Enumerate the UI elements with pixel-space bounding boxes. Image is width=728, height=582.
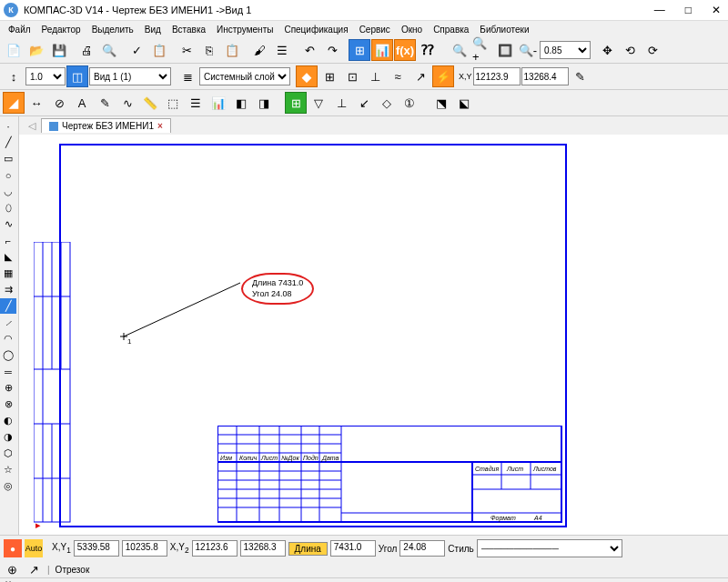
tool-a-icon[interactable]: ⊕ [0,380,16,396]
redraw-icon[interactable]: ⟳ [642,39,663,61]
table-icon[interactable]: ⊞ [285,92,307,114]
fillet-tool-icon[interactable]: ⌐ [0,233,16,248]
report-panel-icon[interactable]: 📊 [207,92,229,114]
paste-icon[interactable]: 📋 [221,39,243,61]
layer-select[interactable]: Системный слой (0) [199,67,290,85]
scale-step-icon[interactable]: ↕ [3,65,25,87]
tool-d-icon[interactable]: ◑ [0,429,16,445]
dim-panel-icon[interactable]: ↔ [25,92,47,114]
zoom-in-icon[interactable]: 🔍+ [471,39,493,61]
x1-value[interactable]: 5339.58 [74,540,119,557]
multiline-tool-icon[interactable]: ═ [0,364,16,379]
assoc-panel-icon[interactable]: ◧ [230,92,252,114]
menu-help[interactable]: Справка [429,24,473,35]
rough-icon[interactable]: ▽ [308,92,329,114]
param-panel-icon[interactable]: ∿ [116,92,138,114]
style-select[interactable]: ──────────── [477,539,622,557]
zoom-select[interactable]: 0.85 [540,41,591,59]
spline-tool-icon[interactable]: ∿ [0,216,16,232]
aux-line-tool-icon[interactable]: ╱ [0,135,16,150]
redo-icon[interactable]: ↷ [321,39,343,61]
variables-icon[interactable]: 📊 [371,39,393,61]
round-icon[interactable]: ≈ [387,65,409,87]
point-tool-icon[interactable]: · [0,118,16,134]
menu-insert[interactable]: Вставка [167,24,210,35]
leader-icon[interactable]: ↙ [353,92,375,114]
measure-panel-icon[interactable]: 📏 [139,92,161,114]
cut-line-icon[interactable]: ⬕ [453,92,475,114]
library-icon[interactable]: ⊞ [349,39,370,61]
tool-g-icon[interactable]: ◎ [0,478,16,494]
preview-icon[interactable]: 🔍 [98,39,120,61]
zoom-fit-icon[interactable]: 🔍 [449,39,470,61]
menu-select[interactable]: Выделить [87,24,138,35]
length-label[interactable]: Длина [288,542,328,556]
menu-libs[interactable]: Библиотеки [475,24,533,35]
menu-edit[interactable]: Редактор [37,24,86,35]
views-panel-icon[interactable]: ◨ [253,92,275,114]
properties-icon[interactable]: ☰ [271,39,293,61]
canvas[interactable]: 1 Длина 7431.0 Угол 24.08 [19,135,728,535]
menu-file[interactable]: Файл [4,24,35,35]
tool-c-icon[interactable]: ◐ [0,413,16,428]
contour-tool-icon[interactable]: ◯ [0,347,16,363]
polyline-tool-icon[interactable]: ⟋ [0,315,16,330]
rect-tool-icon[interactable]: ▭ [0,151,16,166]
chamfer-tool-icon[interactable]: ◣ [0,249,16,265]
manager-icon[interactable]: 📋 [148,39,170,61]
circle-tool-icon[interactable]: ○ [0,167,16,183]
tool-f-icon[interactable]: ☆ [0,462,16,477]
symbol-panel-icon[interactable]: ⊘ [48,92,70,114]
coord-x-input[interactable] [473,67,521,85]
view-select[interactable]: Вид 1 (1) [89,67,171,85]
auto-icon[interactable]: Auto [25,539,43,557]
tab-left-icon[interactable]: ◁ [28,120,35,132]
cut-icon[interactable]: ✂ [176,39,197,61]
menu-service[interactable]: Сервис [355,24,395,35]
select-panel-icon[interactable]: ⬚ [162,92,184,114]
print-icon[interactable]: 🖨 [76,39,97,61]
brand-icon[interactable]: ◇ [376,92,398,114]
open-icon[interactable]: 📂 [25,39,47,61]
new-icon[interactable]: 📄 [3,39,25,61]
undo-icon[interactable]: ↶ [298,39,320,61]
menu-tools[interactable]: Инструменты [212,24,278,35]
apply-icon[interactable]: ✓ [126,39,147,61]
snap-grid-icon[interactable]: ⊡ [341,65,363,87]
coord-y-input[interactable] [521,67,569,85]
angle-value[interactable]: 24.08 [399,540,445,557]
zoom-prev-icon[interactable]: ⟲ [619,39,641,61]
help-icon[interactable]: ⁇ [417,39,439,61]
ortho-icon[interactable]: ⊥ [364,65,386,87]
copy-icon[interactable]: ⎘ [198,39,220,61]
document-tab[interactable]: Чертеж БЕЗ ИМЕНИ1 × [41,118,171,133]
y1-value[interactable]: 10235.8 [122,540,167,557]
base-icon[interactable]: ⊥ [330,92,352,114]
spec-panel-icon[interactable]: ☰ [185,92,207,114]
offset-tool-icon[interactable]: ⇉ [0,282,16,297]
stop-icon[interactable]: ● [4,539,22,557]
drawing-area[interactable]: ◁ Чертеж БЕЗ ИМЕНИ1 × [19,116,728,535]
hatch-tool-icon[interactable]: ▦ [0,266,16,281]
line-tool-icon[interactable]: ╱ [0,298,16,314]
brush-icon[interactable]: 🖌 [248,39,270,61]
tab-close-icon[interactable]: × [157,121,163,131]
length-value[interactable]: 7431.0 [330,540,376,557]
scale-select[interactable]: 1.0 [25,67,66,85]
function-icon[interactable]: f(x) [394,39,416,61]
cmd-pick-icon[interactable]: ↗ [25,561,42,577]
edit-panel-icon[interactable]: ✎ [94,92,116,114]
pos-icon[interactable]: ① [399,92,420,114]
zoom-out-icon[interactable]: 🔍- [517,39,539,61]
zoom-window-icon[interactable]: 🔲 [494,39,516,61]
maximize-button[interactable]: □ [682,4,695,16]
grid-icon[interactable]: ⊞ [318,65,340,87]
text-panel-icon[interactable]: A [71,92,93,114]
snap-toggle-icon[interactable]: ◆ [296,65,318,87]
menu-view[interactable]: Вид [140,24,166,35]
weld-icon[interactable]: ⬔ [430,92,452,114]
layers-icon[interactable]: ≣ [177,65,198,87]
ellipse-tool-icon[interactable]: ⬯ [0,200,16,216]
cmd-apply-icon[interactable]: ⊕ [4,561,20,577]
edit-coord-icon[interactable]: ✎ [570,65,592,87]
